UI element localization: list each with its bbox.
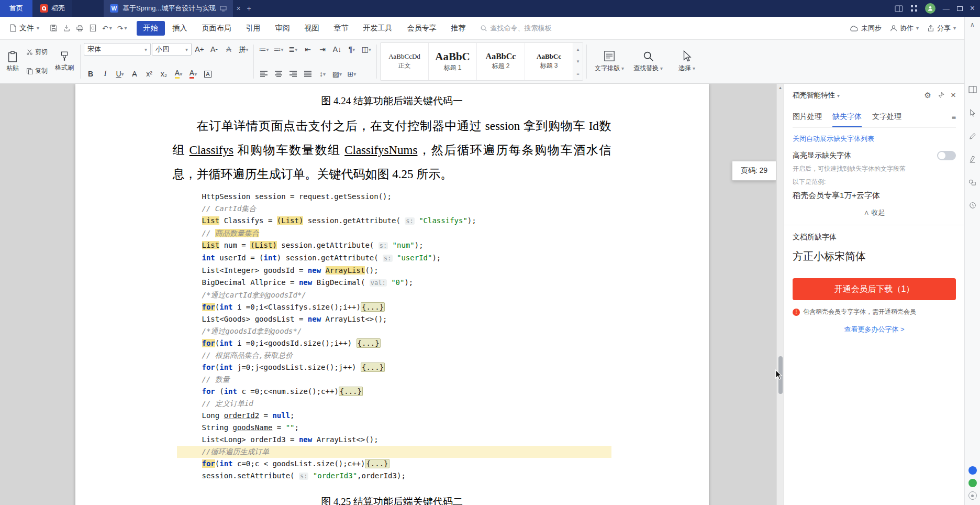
redo-button[interactable]: ↷▾ [117,24,127,32]
character-border-button[interactable]: A [201,67,215,81]
sync-status-button[interactable]: 未同步 [850,24,882,33]
panel-tab-文字处理[interactable]: 文字处理 [872,107,901,127]
print-preview-button[interactable] [89,24,97,32]
doc-tab-close-icon[interactable]: × [233,4,243,13]
help-service-icon[interactable] [968,491,977,500]
collapse-button[interactable]: ∧ 收起 [793,208,956,217]
style-item-标题 3[interactable]: AaBbCc标题 3 [525,43,573,80]
floating-app-green-icon[interactable] [968,479,977,487]
ribbon-tab-引用[interactable]: 引用 [239,21,268,36]
document-scrollbar[interactable]: ▴ [776,84,784,505]
strip-select-cursor-icon[interactable] [969,109,976,119]
command-search[interactable]: 查找命令、搜索模板 [480,24,552,33]
sort-button[interactable]: A↓ [330,42,344,56]
ribbon-tab-开始[interactable]: 开始 [137,21,165,36]
text-highlight-color-button[interactable]: A▾ [172,67,185,81]
highlight-missing-fonts-toggle[interactable] [937,151,956,160]
align-right-button[interactable] [286,67,300,81]
maximize-button[interactable] [957,6,963,11]
columns-button[interactable]: ◫▾ [360,42,373,56]
style-gallery-more-icon[interactable]: ≡ [576,71,579,76]
panel-pin-icon[interactable] [938,91,944,100]
select-tool-button[interactable]: 选择▾ [667,42,706,81]
strikethrough-button[interactable]: A [128,67,141,81]
panel-tabs-more-icon[interactable]: ≡ [952,113,956,122]
undo-button[interactable]: ↶▾ [102,24,112,32]
save-button[interactable] [50,24,58,32]
find-replace-button[interactable]: 查找替换▾ [629,42,667,81]
panel-settings-gear-icon[interactable]: ⚙ [925,91,931,100]
strip-history-clock-icon[interactable] [969,202,976,211]
increase-indent-button[interactable]: ⇥ [316,42,329,56]
copy-button[interactable]: 复制 [24,65,50,76]
clear-formatting-button[interactable]: A [222,42,236,56]
close-autoshow-link[interactable]: 关闭自动展示缺失字体列表 [793,134,956,144]
docer-tab[interactable]: 稻壳 [32,0,72,17]
style-item-标题 1[interactable]: AaBbC标题 1 [429,43,477,80]
document-tab[interactable]: W 基于Spring...城平台设计与实现 [104,0,233,17]
ribbon-tab-审阅[interactable]: 审阅 [269,21,297,36]
borders-button[interactable]: ⊞▾ [345,67,359,81]
ribbon-tab-页面布局[interactable]: 页面布局 [195,21,238,36]
ribbon-tab-开发工具[interactable]: 开发工具 [357,21,399,36]
window-layout-icon[interactable] [895,5,903,12]
sidebar-panels-icon[interactable] [968,86,977,95]
paste-button[interactable]: 粘贴 [3,42,22,81]
panel-close-icon[interactable]: × [951,90,956,101]
apps-grid-icon[interactable] [910,5,918,12]
panel-tab-缺失字体[interactable]: 缺失字体 [832,107,862,127]
text-typeset-button[interactable]: 文字排版▾ [590,42,629,81]
user-avatar[interactable] [925,3,936,14]
file-menu-button[interactable]: 文件 ▾ [4,24,44,33]
ribbon-tab-会员专享[interactable]: 会员专享 [400,21,443,36]
missing-font-item[interactable]: 方正小标宋简体 [793,242,956,267]
strip-shapes-icon[interactable] [968,179,976,188]
floating-app-blue-icon[interactable] [968,466,977,475]
align-center-button[interactable] [272,67,285,81]
multilevel-list-button[interactable]: ≣▾ [286,42,300,56]
underline-button[interactable]: U▾ [113,67,127,81]
more-office-fonts-link[interactable]: 查看更多办公字体 > [793,325,956,334]
subscript-button[interactable]: x₂ [157,67,171,81]
style-item-标题 2[interactable]: AaBbCc标题 2 [477,43,525,80]
strip-edit-pen-icon[interactable] [969,133,976,142]
justify-button[interactable] [301,67,315,81]
numbered-list-button[interactable]: ≕▾ [272,42,285,56]
new-tab-button[interactable]: + [244,4,254,13]
italic-button[interactable]: I [98,67,112,81]
style-item-正文[interactable]: AaBbCcDd正文 [381,43,429,80]
decrease-indent-button[interactable]: ⇤ [301,42,315,56]
document-page[interactable]: 图 4.24 结算功能后端关键代码一 在订单详情页面点击支付之后，在支付控制器中… [75,84,709,505]
line-spacing-button[interactable]: ↕▾ [316,67,329,81]
home-tab[interactable]: 首页 [0,0,32,17]
font-size-select[interactable]: 小四 ▾ [152,43,192,56]
style-gallery-up-icon[interactable]: ▴ [577,47,580,52]
show-formatting-marks-button[interactable]: ¶▾ [345,42,359,56]
download-after-membership-button[interactable]: 开通会员后下载（1） [793,278,956,300]
style-gallery-down-icon[interactable]: ▾ [577,59,580,64]
ribbon-tab-视图[interactable]: 视图 [298,21,326,36]
scroll-up-icon[interactable]: ▴ [777,85,784,90]
ribbon-tab-插入[interactable]: 插入 [166,21,194,36]
close-window-button[interactable]: × [970,4,975,13]
cut-button[interactable]: 剪切 [24,47,50,58]
print-button[interactable] [76,24,84,32]
bold-button[interactable]: B [84,67,97,81]
shading-button[interactable]: ▨▾ [330,67,344,81]
ribbon-tab-推荐[interactable]: 推荐 [444,21,473,36]
ribbon-tab-章节[interactable]: 章节 [327,21,355,36]
phonetic-guide-button[interactable]: 拼▾ [237,42,250,56]
export-pdf-button[interactable] [63,24,71,32]
panel-title-caret-icon[interactable]: ▾ [837,93,840,98]
superscript-button[interactable]: x² [142,67,156,81]
strip-signature-pen-icon[interactable] [969,156,976,165]
decrease-font-size-button[interactable]: A- [207,42,221,56]
bullet-list-button[interactable]: ≔▾ [257,42,271,56]
font-color-button[interactable]: A▾ [186,67,200,81]
font-name-select[interactable]: 宋体 ▾ [84,43,151,56]
align-left-button[interactable] [257,67,271,81]
share-button[interactable]: 分享 ▾ [927,24,956,33]
collaborate-button[interactable]: 协作 ▾ [890,24,919,33]
panel-tab-图片处理[interactable]: 图片处理 [793,107,822,127]
increase-font-size-button[interactable]: A+ [193,42,206,56]
